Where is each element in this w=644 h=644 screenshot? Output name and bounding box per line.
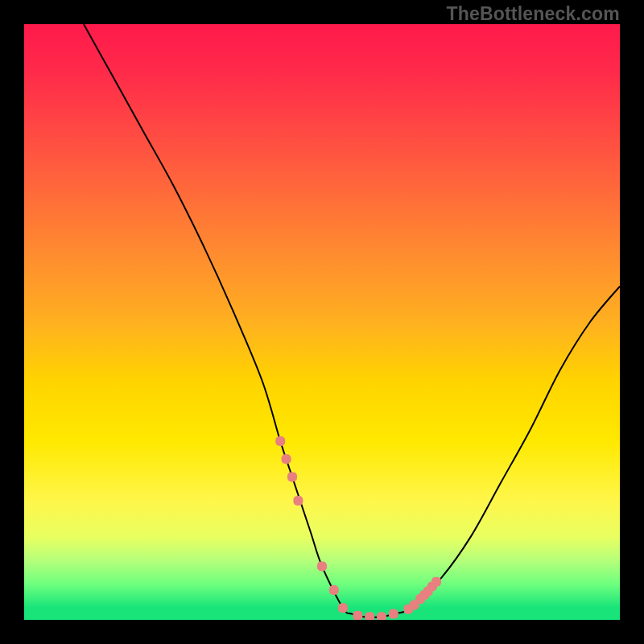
marker-dot — [275, 436, 285, 446]
watermark-text: TheBottleneck.com — [446, 3, 620, 25]
plot-border-bottom — [0, 620, 644, 644]
plot-border-right — [620, 0, 644, 644]
marker-dot — [389, 609, 398, 619]
marker-dot — [377, 612, 386, 620]
marker-dot — [431, 577, 441, 587]
marker-dot — [287, 472, 297, 481]
curve-layer — [24, 24, 620, 620]
plot-border-left — [0, 0, 24, 644]
highlight-markers — [275, 436, 441, 620]
marker-dot — [353, 611, 362, 620]
marker-dot — [317, 561, 327, 571]
bottleneck-curve — [84, 24, 620, 617]
chart-frame: TheBottleneck.com — [0, 0, 644, 644]
marker-dot — [293, 496, 303, 506]
marker-dot — [329, 585, 339, 595]
marker-dot — [282, 454, 291, 464]
marker-dot — [365, 612, 374, 620]
marker-dot — [338, 603, 348, 613]
